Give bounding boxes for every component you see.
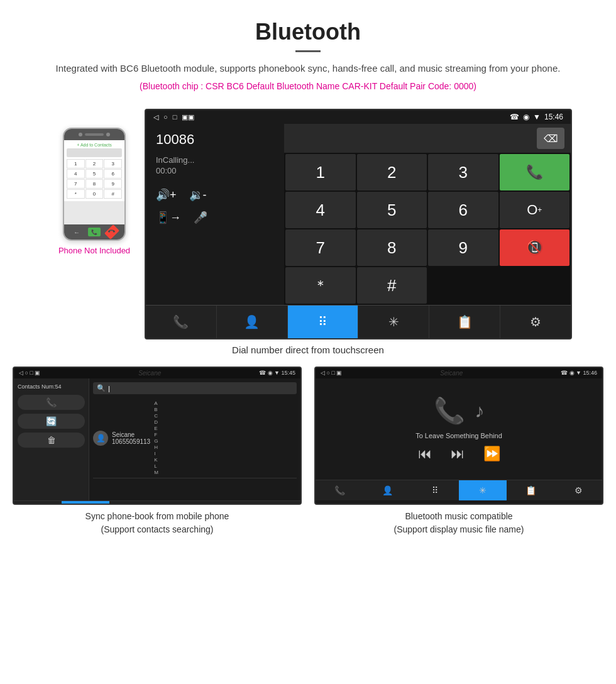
search-cursor: | (108, 385, 110, 392)
page-specs: (Bluetooth chip : CSR BC6 Default Blueto… (13, 81, 603, 91)
music-icons: 📞 ♪ (434, 396, 485, 426)
music-nav-phone[interactable]: 📞 (316, 480, 363, 500)
contacts-left-panel: Contacts Num:54 📞 🔄 🗑 (14, 378, 89, 500)
transfer-icon[interactable]: 📱→ (156, 211, 181, 224)
phone-add-contacts: + Add to Contacts (67, 143, 122, 147)
dialer-left-panel: 10086 InCalling... 00:00 🔊+ 🔉- 📱→ 🎤 (146, 124, 284, 305)
music-nav-settings[interactable]: ⚙ (554, 480, 602, 500)
dial-hash[interactable]: # (357, 267, 427, 304)
input-row: ⌫ (284, 124, 571, 153)
home-icon: ○ (163, 113, 168, 121)
music-controls: ⏮ ⏭ ⏩ (418, 446, 500, 462)
contact-name: Seicane (112, 431, 150, 438)
sync-action-btn[interactable]: 🔄 (18, 414, 85, 429)
dialer-timer: 00:00 (156, 166, 274, 175)
car-status-bar: ◁ ○ □ ▣▣ ☎ ◉ ▼ 15:46 (146, 110, 571, 124)
phone-side: + Add to Contacts 1 2 3 4 5 6 7 8 9 * 0 … (44, 109, 145, 255)
music-nav-dialpad[interactable]: ⠿ (411, 480, 459, 500)
dial-star[interactable]: ＊ (285, 267, 356, 304)
status-watermark: Seicane (138, 370, 161, 377)
dial-3[interactable]: 3 (428, 154, 498, 190)
phone-screen: + Add to Contacts 1 2 3 4 5 6 7 8 9 * 0 … (64, 140, 124, 201)
page-description: Integrated with BC6 Bluetooth module, su… (13, 61, 603, 76)
music-note-icon: ♪ (475, 400, 485, 422)
next-track-button[interactable]: ⏩ (483, 446, 500, 462)
dial-5[interactable]: 5 (357, 192, 427, 228)
dialer-right-panel: ⌫ 1 2 3 📞 4 5 6 O+ 7 8 9 📵 ＊ # (284, 124, 571, 305)
dial-8[interactable]: 8 (357, 229, 427, 266)
contact-number: 10655059113 (112, 438, 150, 445)
backspace-button[interactable]: ⌫ (537, 128, 564, 149)
nav-dialpad[interactable]: ⠿ (288, 306, 359, 338)
music-nav-transfer[interactable]: 📋 (507, 480, 554, 500)
contacts-mini-screen: ◁ ○ □ ▣ Seicane ☎ ◉ ▼ 15:45 Contacts Num… (13, 367, 302, 505)
music-nav-bt[interactable]: ✳ (459, 480, 507, 500)
dialer-status: InCalling... (156, 155, 274, 165)
mini-nav-transfer[interactable]: 📋 (205, 501, 253, 505)
music-caption-line2: (Support display music file name) (394, 524, 524, 534)
music-status-bar: ◁ ○ □ ▣ Seicane ☎ ◉ ▼ 15:46 (316, 368, 602, 378)
delete-action-btn[interactable]: 🗑 (18, 433, 85, 448)
alpha-index: ABCDEFGHIKLM (154, 400, 163, 475)
mini-nav-dialpad[interactable]: ⠿ (109, 501, 157, 505)
dial-9[interactable]: 9 (428, 229, 498, 266)
main-section: + Add to Contacts 1 2 3 4 5 6 7 8 9 * 0 … (0, 109, 616, 339)
phone-bottom-bar: ← 📞 📞 (64, 224, 124, 240)
music-main-area: 📞 ♪ To Leave Something Behind ⏮ ⏭ ⏩ (316, 378, 602, 480)
volume-down-icon[interactable]: 🔉- (189, 188, 207, 202)
transfer-mic-controls: 📱→ 🎤 (156, 211, 274, 224)
music-status-time: ☎ ◉ ▼ 15:46 (561, 370, 597, 377)
contacts-status-bar: ◁ ○ □ ▣ Seicane ☎ ◉ ▼ 15:45 (14, 368, 300, 378)
music-track-name: To Leave Something Behind (415, 432, 502, 439)
phone-top-bar (64, 129, 124, 140)
music-nav-contacts[interactable]: 👤 (363, 480, 411, 500)
contacts-bottom-nav: 📞 👤 ⠿ ✳ 📋 ⚙ (14, 500, 300, 505)
location-icon: ◉ (523, 113, 529, 121)
dialer-controls: 🔊+ 🔉- 📱→ 🎤 (156, 188, 274, 224)
back-icon: ◁ (153, 113, 158, 121)
car-screen: ◁ ○ □ ▣▣ ☎ ◉ ▼ 15:46 10086 InCalling... … (145, 109, 572, 339)
phone-not-included-label: Phone Not Included (58, 246, 130, 255)
time-display: 15:46 (544, 113, 563, 121)
nav-bluetooth[interactable]: ✳ (358, 306, 429, 338)
mini-nav-contacts[interactable]: 👤 (62, 501, 109, 505)
contacts-search-bar[interactable]: 🔍 | (93, 382, 297, 394)
mic-icon[interactable]: 🎤 (194, 211, 207, 224)
dial-1[interactable]: 1 (285, 154, 356, 190)
mini-nav-settings[interactable]: ⚙ (253, 501, 300, 505)
nav-contacts[interactable]: 👤 (217, 306, 288, 338)
nav-phone[interactable]: 📞 (146, 306, 217, 338)
contact-info: Seicane 10655059113 (112, 431, 150, 445)
bottom-screenshots: ◁ ○ □ ▣ Seicane ☎ ◉ ▼ 15:45 Contacts Num… (0, 367, 616, 536)
call-action-btn[interactable]: 📞 (18, 395, 85, 410)
end-call-button[interactable]: 📵 (500, 229, 570, 266)
dial-4[interactable]: 4 (285, 192, 356, 228)
mini-nav-bt[interactable]: ✳ (157, 501, 205, 505)
nav-settings[interactable]: ⚙ (500, 306, 571, 338)
contacts-right-panel: 🔍 | 👤 Seicane 10655059113 ABCDEFGHIKLM (89, 378, 300, 500)
nav-transfer[interactable]: 📋 (429, 306, 500, 338)
next-begin-button[interactable]: ⏭ (451, 446, 465, 462)
music-caption-line1: Bluetooth music compatible (405, 511, 512, 521)
main-caption: Dial number direct from touchscreen (0, 345, 616, 355)
contacts-screen: Contacts Num:54 📞 🔄 🗑 🔍 | 👤 Seicane 1 (14, 378, 300, 500)
phone-mockup: + Add to Contacts 1 2 3 4 5 6 7 8 9 * 0 … (63, 128, 126, 241)
music-caption: Bluetooth music compatible (Support disp… (394, 510, 524, 536)
recents-icon: □ (173, 113, 177, 121)
contacts-caption: Sync phone-book from mobile phone (Suppo… (85, 510, 229, 536)
contacts-caption-line2: (Support contacts searching) (101, 524, 214, 534)
contacts-caption-line1: Sync phone-book from mobile phone (85, 511, 229, 521)
dial-2[interactable]: 2 (357, 154, 427, 190)
status-icons-left: ◁ ○ □ ▣ (19, 370, 40, 377)
volume-up-icon[interactable]: 🔊+ (156, 188, 177, 202)
dialer-area: 10086 InCalling... 00:00 🔊+ 🔉- 📱→ 🎤 (146, 124, 571, 305)
contact-entry[interactable]: 👤 Seicane 10655059113 ABCDEFGHIKLM (93, 398, 297, 478)
status-time-left: ☎ ◉ ▼ 15:45 (259, 370, 295, 377)
dial-7[interactable]: 7 (285, 229, 356, 266)
mini-nav-phone[interactable]: 📞 (14, 501, 62, 505)
call-button[interactable]: 📞 (500, 154, 570, 190)
dial-6[interactable]: 6 (428, 192, 498, 228)
dial-0-plus[interactable]: O+ (500, 192, 570, 228)
prev-track-button[interactable]: ⏮ (418, 446, 432, 462)
music-screen-body: 📞 ♪ To Leave Something Behind ⏮ ⏭ ⏩ 📞 👤 … (316, 378, 602, 500)
